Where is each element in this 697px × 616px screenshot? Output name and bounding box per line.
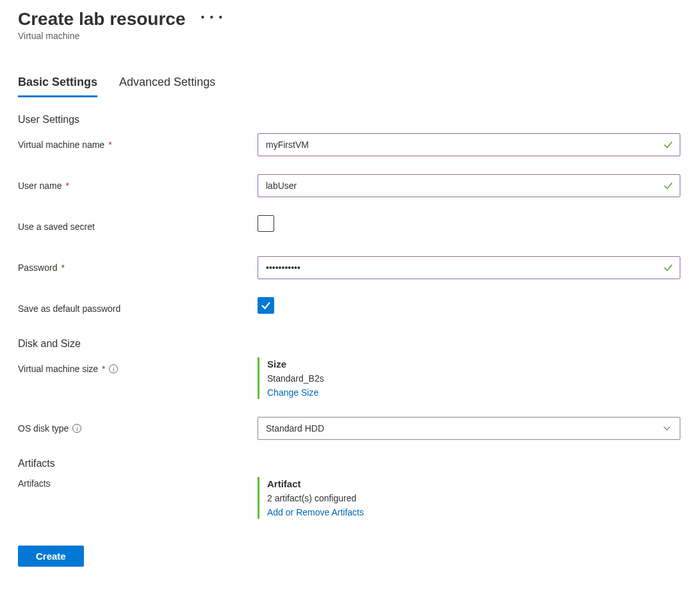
- change-size-link[interactable]: Change Size: [267, 387, 680, 398]
- password-input[interactable]: [258, 256, 680, 279]
- vm-size-panel-value: Standard_B2s: [267, 373, 680, 384]
- required-asterisk: *: [108, 140, 111, 150]
- create-button[interactable]: Create: [18, 546, 84, 567]
- tab-advanced-settings[interactable]: Advanced Settings: [119, 76, 215, 97]
- section-disk-and-size: Disk and Size: [18, 338, 685, 350]
- vm-name-label: Virtual machine name: [18, 140, 104, 150]
- artifacts-label: Artifacts: [18, 478, 51, 489]
- password-label: Password: [18, 263, 57, 273]
- vm-size-panel-title: Size: [267, 359, 680, 369]
- required-asterisk: *: [65, 181, 69, 191]
- add-remove-artifacts-link[interactable]: Add or Remove Artifacts: [267, 507, 680, 517]
- page-subtitle: Virtual machine: [18, 31, 685, 41]
- more-actions-icon[interactable]: • • •: [201, 12, 224, 26]
- use-saved-secret-checkbox[interactable]: [258, 215, 274, 232]
- os-disk-type-selected: Standard HDD: [266, 423, 324, 434]
- use-saved-secret-label: Use a saved secret: [18, 222, 95, 232]
- os-disk-type-label: OS disk type: [18, 423, 69, 434]
- section-user-settings: User Settings: [18, 114, 685, 126]
- tab-basic-settings[interactable]: Basic Settings: [18, 76, 97, 97]
- artifacts-panel-title: Artifact: [267, 478, 680, 489]
- save-default-password-checkbox[interactable]: [258, 297, 274, 314]
- save-default-password-label: Save as default password: [18, 304, 120, 314]
- info-icon[interactable]: [72, 424, 81, 433]
- artifacts-panel: Artifact 2 artifact(s) configured Add or…: [258, 477, 680, 519]
- vm-name-input[interactable]: [258, 133, 680, 156]
- user-name-input[interactable]: [258, 174, 680, 197]
- required-asterisk: *: [102, 364, 105, 374]
- section-artifacts: Artifacts: [18, 458, 685, 469]
- required-asterisk: *: [61, 263, 64, 273]
- artifacts-panel-value: 2 artifact(s) configured: [267, 493, 680, 503]
- vm-size-panel: Size Standard_B2s Change Size: [258, 357, 680, 399]
- tabs: Basic Settings Advanced Settings: [18, 76, 685, 97]
- page-title: Create lab resource: [18, 9, 185, 29]
- user-name-label: User name: [18, 181, 62, 191]
- os-disk-type-select[interactable]: Standard HDD: [258, 417, 680, 440]
- info-icon[interactable]: [109, 364, 118, 373]
- vm-size-label: Virtual machine size: [18, 364, 98, 374]
- chevron-down-icon: [662, 423, 672, 434]
